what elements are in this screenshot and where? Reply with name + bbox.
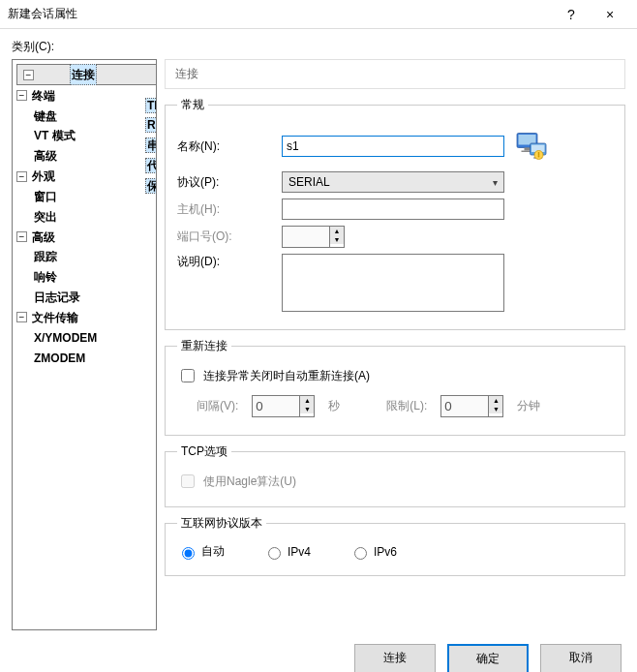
tree-item-file-transfer[interactable]: 文件传输 [30, 311, 80, 324]
desc-textarea[interactable] [282, 254, 504, 312]
tree-item-connection[interactable]: 连接 [70, 64, 97, 85]
window-title: 新建会话属性 [8, 6, 552, 22]
legend-reconnect: 重新连接 [177, 338, 231, 354]
tree-toggle-icon[interactable]: − [23, 70, 34, 80]
tree-item-highlight[interactable]: 突出 [32, 210, 59, 224]
radio-ipv6[interactable]: IPv6 [349, 544, 397, 560]
limit-spinner: ▲▼ [440, 395, 503, 417]
ok-button[interactable]: 确定 [447, 644, 529, 672]
svg-point-10 [538, 156, 540, 158]
label-desc: 说明(D): [177, 254, 274, 270]
port-input [282, 226, 330, 248]
close-button[interactable]: × [591, 7, 629, 22]
svg-rect-2 [525, 148, 531, 151]
label-name: 名称(N): [177, 138, 274, 155]
label-host: 主机(H): [177, 201, 274, 218]
radio-ipv6-input[interactable] [354, 547, 367, 560]
tree-item-bell[interactable]: 响铃 [32, 270, 59, 284]
spinner-down-icon: ▼ [489, 405, 502, 413]
tree-item-trace[interactable]: 跟踪 [32, 250, 59, 263]
cancel-button[interactable]: 取消 [540, 644, 622, 672]
radio-auto[interactable]: 自动 [177, 543, 225, 560]
legend-tcp: TCP选项 [177, 443, 231, 460]
name-input[interactable] [282, 136, 504, 157]
spinner-up-icon: ▲ [300, 396, 314, 405]
nagle-checkbox-label: 使用Nagle算法(U) [203, 473, 296, 490]
tree-item-zmodem[interactable]: ZMODEM [32, 351, 87, 365]
interval-spinner: ▲▼ [252, 395, 315, 417]
svg-rect-9 [538, 152, 540, 156]
tree-item-xymodem[interactable]: X/YMODEM [32, 331, 99, 345]
tree-item-logging[interactable]: 日志记录 [32, 290, 82, 304]
group-general: 常规 名称(N): 协议(P): SERIAL ▾ 主机(H): [165, 97, 625, 330]
tree-item-vt-mode[interactable]: VT 模式 [32, 129, 77, 142]
protocol-select[interactable]: SERIAL ▾ [282, 171, 504, 193]
category-label: 类别(C): [12, 39, 625, 55]
radio-ipv4-input[interactable] [268, 547, 281, 560]
interval-input [252, 395, 300, 417]
label-protocol: 协议(P): [177, 174, 274, 191]
tree-item-advanced-terminal[interactable]: 高级 [32, 149, 59, 163]
tree-toggle-icon[interactable]: − [16, 90, 27, 101]
group-ip: 互联网协议版本 自动 IPv4 IPv6 [165, 515, 625, 576]
tree-toggle-icon[interactable]: − [16, 312, 27, 322]
legend-general: 常规 [177, 97, 208, 113]
tree-item-keyboard[interactable]: 键盘 [32, 109, 59, 123]
label-limit: 限制(L): [386, 398, 427, 414]
label-interval-unit: 秒 [328, 398, 340, 414]
tree-item-window[interactable]: 窗口 [32, 190, 59, 203]
spinner-down-icon: ▼ [300, 405, 314, 413]
limit-input [440, 395, 489, 417]
group-reconnect: 重新连接 连接异常关闭时自动重新连接(A) 间隔(V): ▲▼ 秒 限制(L): [165, 338, 625, 436]
legend-ip: 互联网协议版本 [177, 515, 266, 532]
help-button[interactable]: ? [552, 7, 591, 22]
chevron-down-icon: ▾ [493, 177, 498, 188]
page-title: 连接 [165, 59, 625, 89]
tree-item-advanced[interactable]: 高级 [30, 230, 57, 244]
reconnect-checkbox-label: 连接异常关闭时自动重新连接(A) [203, 368, 370, 384]
port-spinner: ▲▼ [282, 226, 345, 248]
session-icon[interactable] [512, 127, 551, 166]
tree-toggle-icon[interactable]: − [16, 231, 27, 242]
label-port: 端口号(O): [177, 229, 274, 245]
group-tcp: TCP选项 使用Nagle算法(U) [165, 443, 625, 507]
tree-toggle-icon[interactable]: − [16, 171, 27, 182]
spinner-up-icon: ▲ [330, 227, 344, 235]
label-interval: 间隔(V): [197, 398, 238, 414]
connect-button[interactable]: 连接 [354, 644, 436, 672]
nagle-checkbox [181, 474, 195, 488]
host-input [282, 199, 504, 220]
reconnect-checkbox[interactable] [181, 369, 195, 382]
label-limit-unit: 分钟 [517, 398, 540, 414]
titlebar: 新建会话属性 ? × [0, 0, 637, 29]
category-tree[interactable]: −连接 −用户身份验证 登录提示符 登录脚本 −SSH 安全性 隧道 SFTP [12, 59, 157, 630]
radio-auto-input[interactable] [182, 547, 195, 560]
spinner-up-icon: ▲ [489, 396, 502, 405]
spinner-down-icon: ▼ [330, 235, 344, 244]
tree-item-appearance[interactable]: 外观 [30, 169, 57, 183]
tree-item-terminal[interactable]: 终端 [30, 89, 57, 103]
protocol-value: SERIAL [288, 175, 330, 189]
radio-ipv4[interactable]: IPv4 [263, 544, 311, 560]
